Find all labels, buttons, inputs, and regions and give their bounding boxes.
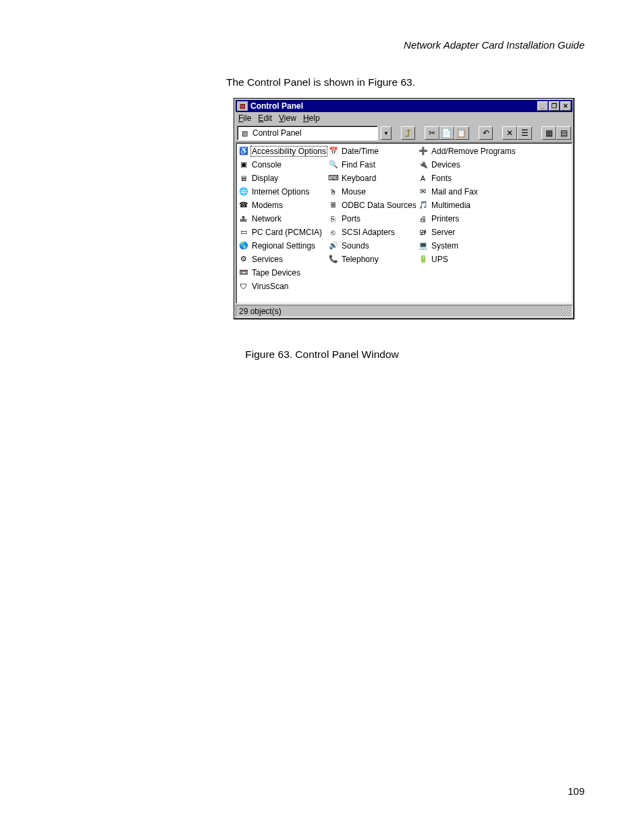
ports-icon: ⎘ <box>327 213 339 224</box>
server-icon: 🖳 <box>417 227 429 238</box>
item-find-fast[interactable]: 🔍Find Fast <box>327 159 417 170</box>
accessibility-icon: ♿ <box>238 146 249 157</box>
tape-icon: 📼 <box>238 267 249 278</box>
fonts-icon: A <box>417 173 429 184</box>
findfast-icon: 🔍 <box>327 159 339 170</box>
item-keyboard[interactable]: ⌨Keyboard <box>327 172 417 184</box>
item-modems[interactable]: ☎Modems <box>238 199 327 211</box>
mail-icon: ✉ <box>417 186 429 197</box>
address-text: Control Panel <box>252 128 302 138</box>
item-mail-and-fax[interactable]: ✉Mail and Fax <box>417 186 522 197</box>
item-regional-settings[interactable]: 🌎Regional Settings <box>238 240 327 251</box>
control-panel-window: ▧ Control Panel _ ❐ ✕ File Edit View Hel… <box>234 98 574 319</box>
regional-icon: 🌎 <box>238 240 249 251</box>
address-box[interactable]: ▧ Control Panel <box>237 126 378 140</box>
properties-button[interactable]: ☰ <box>517 126 532 140</box>
item-multimedia[interactable]: 🎵Multimedia <box>417 199 522 211</box>
item-telephony[interactable]: 📞Telephony <box>327 253 417 265</box>
close-button[interactable]: ✕ <box>560 101 571 111</box>
scsi-icon: ⎋ <box>327 227 339 238</box>
resize-grip[interactable] <box>563 308 572 317</box>
menu-bar: File Edit View Help <box>236 112 572 124</box>
addremove-icon: ➕ <box>417 146 429 157</box>
mouse-icon: 🖱 <box>327 186 339 197</box>
content-area: ♿Accessibility Options ▣Console 🖥Display… <box>236 142 572 304</box>
display-icon: 🖥 <box>238 173 249 184</box>
delete-button[interactable]: ✕ <box>502 126 517 140</box>
menu-file[interactable]: File <box>238 113 251 123</box>
maximize-button[interactable]: ❐ <box>549 101 560 111</box>
cut-button[interactable]: ✂ <box>425 126 439 140</box>
item-add-remove-programs[interactable]: ➕Add/Remove Programs <box>417 145 522 157</box>
telephony-icon: 📞 <box>327 254 339 265</box>
control-panel-icon: ▧ <box>239 128 250 138</box>
item-internet-options[interactable]: 🌐Internet Options <box>238 186 327 197</box>
item-console[interactable]: ▣Console <box>238 159 327 170</box>
item-ups[interactable]: 🔋UPS <box>417 253 522 265</box>
column-3: ➕Add/Remove Programs 🔌Devices AFonts ✉Ma… <box>417 145 522 294</box>
item-ports[interactable]: ⎘Ports <box>327 213 417 224</box>
system-menu-icon[interactable]: ▧ <box>237 101 248 111</box>
status-bar: 29 object(s) <box>236 305 572 317</box>
menu-view[interactable]: View <box>279 113 296 123</box>
item-network[interactable]: 🖧Network <box>238 213 327 224</box>
paste-button[interactable]: 📋 <box>454 126 469 140</box>
odbc-icon: ≣ <box>327 200 339 211</box>
keyboard-icon: ⌨ <box>327 173 339 184</box>
item-mouse[interactable]: 🖱Mouse <box>327 186 417 197</box>
pccard-icon: ▭ <box>238 227 249 238</box>
page-number: 109 <box>568 785 585 797</box>
item-pc-card[interactable]: ▭PC Card (PCMCIA) <box>238 226 327 238</box>
virus-icon: 🛡 <box>238 281 249 292</box>
sounds-icon: 🔊 <box>327 240 339 251</box>
item-printers[interactable]: 🖨Printers <box>417 213 522 224</box>
intro-text: The Control Panel is shown in Figure 63. <box>226 76 415 88</box>
item-display[interactable]: 🖥Display <box>238 172 327 184</box>
up-button[interactable]: ⮥ <box>401 126 416 140</box>
small-icons-button[interactable]: ▤ <box>556 126 571 140</box>
internet-icon: 🌐 <box>238 186 249 197</box>
column-2: 📅Date/Time 🔍Find Fast ⌨Keyboard 🖱Mouse ≣… <box>327 145 417 294</box>
date-icon: 📅 <box>327 146 339 157</box>
modems-icon: ☎ <box>238 200 249 211</box>
item-services[interactable]: ⚙Services <box>238 253 327 265</box>
address-dropdown-button[interactable]: ▼ <box>381 126 392 140</box>
item-date-time[interactable]: 📅Date/Time <box>327 145 417 157</box>
column-1: ♿Accessibility Options ▣Console 🖥Display… <box>238 145 327 294</box>
item-tape-devices[interactable]: 📼Tape Devices <box>238 267 327 278</box>
item-odbc[interactable]: ≣ODBC Data Sources <box>327 199 417 211</box>
item-scsi-adapters[interactable]: ⎋SCSI Adapters <box>327 226 417 238</box>
item-system[interactable]: 💻System <box>417 240 522 251</box>
item-sounds[interactable]: 🔊Sounds <box>327 240 417 251</box>
item-fonts[interactable]: AFonts <box>417 172 522 184</box>
printers-icon: 🖨 <box>417 213 429 224</box>
network-icon: 🖧 <box>238 213 249 224</box>
multimedia-icon: 🎵 <box>417 200 429 211</box>
menu-help[interactable]: Help <box>303 113 320 123</box>
copy-button[interactable]: 📄 <box>439 126 454 140</box>
status-text: 29 object(s) <box>236 305 572 317</box>
menu-edit[interactable]: Edit <box>258 113 272 123</box>
window-title: Control Panel <box>250 101 537 111</box>
item-virusscan[interactable]: 🛡VirusScan <box>238 280 327 292</box>
console-icon: ▣ <box>238 159 249 170</box>
item-accessibility-options[interactable]: ♿Accessibility Options <box>238 145 327 157</box>
system-icon: 💻 <box>417 240 429 251</box>
minimize-button[interactable]: _ <box>537 101 548 111</box>
toolbar: ▧ Control Panel ▼ ⮥ ✂ 📄 📋 ↶ ✕ ☰ ▦ ▤ <box>236 124 572 142</box>
figure-caption: Figure 63. Control Panel Window <box>0 348 644 361</box>
item-devices[interactable]: 🔌Devices <box>417 159 522 170</box>
doc-header: Network Adapter Card Installation Guide <box>404 39 585 51</box>
item-server[interactable]: 🖳Server <box>417 226 522 238</box>
titlebar[interactable]: ▧ Control Panel _ ❐ ✕ <box>236 100 572 112</box>
undo-button[interactable]: ↶ <box>479 126 493 140</box>
services-icon: ⚙ <box>238 254 249 265</box>
large-icons-button[interactable]: ▦ <box>541 126 556 140</box>
ups-icon: 🔋 <box>417 254 429 265</box>
devices-icon: 🔌 <box>417 159 429 170</box>
